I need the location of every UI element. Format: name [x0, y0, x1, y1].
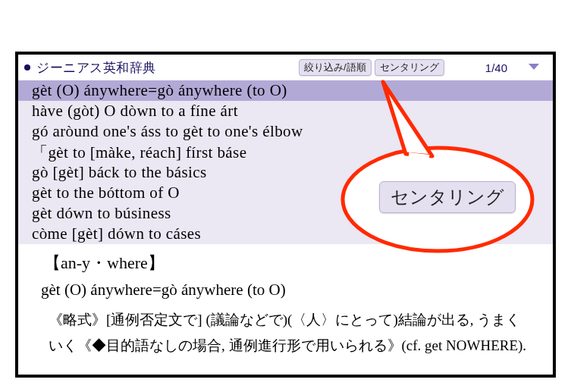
callout-centering-label: センタリング [379, 181, 516, 213]
dropdown-icon[interactable] [529, 60, 539, 75]
dictionary-name: ジーニアス英和辞典 [36, 59, 156, 77]
list-item[interactable]: còme [gèt] dówn to cáses [18, 224, 553, 244]
filter-order-button[interactable]: 絞り込み/語順 [299, 59, 372, 76]
header-buttons: 絞り込み/語順 センタリング [299, 59, 444, 76]
centering-button[interactable]: センタリング [375, 59, 444, 76]
def-part: ). [518, 337, 526, 353]
detail-phrase: gèt (O) ánywhere=gò ánywhere (to O) [41, 281, 527, 299]
header-bar: ジーニアス英和辞典 絞り込み/語順 センタリング 1/40 [18, 55, 553, 80]
dictionary-panel: ジーニアス英和辞典 絞り込み/語順 センタリング 1/40 gèt (O) án… [15, 52, 556, 378]
list-item[interactable]: hàve (gòt) O dòwn to a fíne árt [18, 101, 553, 121]
page-counter: 1/40 [485, 61, 507, 74]
headword: 【an-y・where】 [44, 252, 527, 274]
list-item[interactable]: gó aròund one's áss to gèt to one's élbo… [18, 121, 553, 142]
definition-text: 《略式》[通例否定文で] (議論などで)(〈人〉にとって)結論が出る, うまくい… [49, 307, 527, 359]
list-item[interactable]: gèt (O) ánywhere=gò ánywhere (to O) [18, 80, 553, 101]
result-list: gèt (O) ánywhere=gò ánywhere (to O) hàve… [18, 80, 553, 244]
detail-pane: 【an-y・where】 gèt (O) ánywhere=gò ánywher… [18, 244, 553, 359]
svg-marker-0 [529, 64, 539, 70]
def-smallcaps: NOWHERE [446, 337, 518, 353]
bullet-icon [24, 64, 30, 71]
list-item[interactable]: 「gèt to [màke, réach] fírst báse [18, 142, 553, 162]
list-item[interactable]: gò [gèt] báck to the básics [18, 162, 553, 183]
